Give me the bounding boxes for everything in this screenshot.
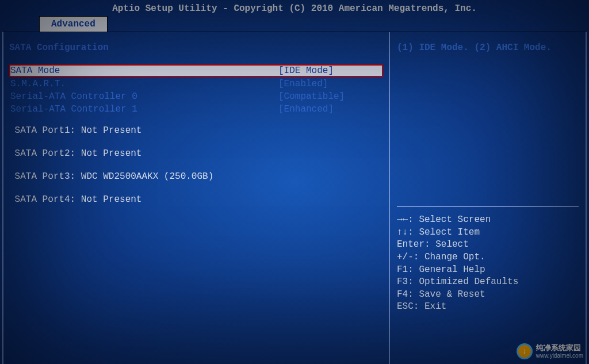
menu-value: [Compatible] — [278, 91, 382, 102]
menu-label: Serial-ATA Controller 1 — [10, 104, 278, 114]
help-key-enter: Enter: Select — [397, 239, 579, 251]
menu-label: SATA Mode — [10, 66, 278, 76]
watermark-url: www.yidaimei.com — [536, 352, 583, 359]
help-keys-section: →←: Select Screen ↑↓: Select Item Enter:… — [397, 206, 579, 313]
tab-row: Advanced — [0, 16, 589, 32]
menu-value: [IDE Mode] — [278, 66, 382, 76]
help-key-change-opt: +/-: Change Opt. — [397, 251, 579, 264]
watermark-cn: 纯净系统家园 — [536, 344, 583, 352]
tab-advanced[interactable]: Advanced — [39, 16, 108, 32]
left-panel: SATA Configuration SATA Mode [IDE Mode] … — [3, 32, 390, 364]
main-container: SATA Configuration SATA Mode [IDE Mode] … — [2, 32, 587, 364]
menu-value: [Enhanced] — [278, 104, 382, 114]
menu-value: [Enabled] — [278, 79, 382, 89]
sata-port-2: SATA Port2: Not Present — [9, 148, 383, 159]
help-key-select-item: ↑↓: Select Item — [397, 227, 579, 239]
menu-label: Serial-ATA Controller 0 — [10, 91, 278, 102]
header-title: Aptio Setup Utility - Copyright (C) 2010… — [0, 0, 589, 16]
help-key-exit: ESC: Exit — [397, 301, 579, 313]
menu-sata-controller-0[interactable]: Serial-ATA Controller 0 [Compatible] — [9, 91, 383, 102]
help-key-optimized-defaults: F3: Optimized Defaults — [397, 276, 579, 289]
right-panel: (1) IDE Mode. (2) AHCI Mode. →←: Select … — [390, 32, 586, 364]
menu-smart[interactable]: S.M.A.R.T. [Enabled] — [9, 78, 383, 90]
menu-sata-controller-1[interactable]: Serial-ATA Controller 1 [Enhanced] — [9, 104, 383, 115]
help-key-general-help: F1: General Help — [397, 264, 579, 277]
help-key-save-reset: F4: Save & Reset — [397, 289, 579, 301]
watermark-text: 纯净系统家园 www.yidaimei.com — [536, 344, 583, 358]
help-description: (1) IDE Mode. (2) AHCI Mode. — [397, 43, 579, 53]
sata-port-1: SATA Port1: Not Present — [9, 125, 383, 136]
menu-sata-mode[interactable]: SATA Mode [IDE Mode] — [9, 64, 383, 77]
sata-port-4: SATA Port4: Not Present — [9, 194, 383, 205]
download-icon — [517, 343, 533, 359]
section-title: SATA Configuration — [9, 43, 383, 53]
help-key-select-screen: →←: Select Screen — [397, 214, 579, 227]
sata-port-3: SATA Port3: WDC WD2500AAKX (250.0GB) — [9, 171, 383, 182]
watermark: 纯净系统家园 www.yidaimei.com — [517, 343, 583, 359]
menu-label: S.M.A.R.T. — [10, 79, 278, 89]
